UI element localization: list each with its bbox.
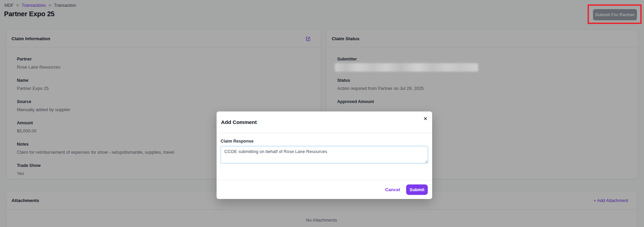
add-comment-modal: Add Comment ✕ Claim Response CCOE submit… <box>217 111 432 199</box>
modal-title: Add Comment <box>221 119 257 125</box>
modal-body: Claim Response CCOE submitting on behalf… <box>217 133 432 163</box>
claim-response-textarea[interactable]: CCOE submitting on behalf of Rose Lane R… <box>221 146 428 163</box>
modal-footer: Cancel Submit <box>217 180 432 199</box>
submit-button[interactable]: Submit <box>406 184 428 195</box>
close-icon[interactable]: ✕ <box>423 116 427 121</box>
cancel-button[interactable]: Cancel <box>385 187 400 192</box>
modal-header: Add Comment ✕ <box>217 111 432 133</box>
redacted-submitter-value <box>335 63 478 72</box>
claim-response-label: Claim Response <box>221 139 428 144</box>
